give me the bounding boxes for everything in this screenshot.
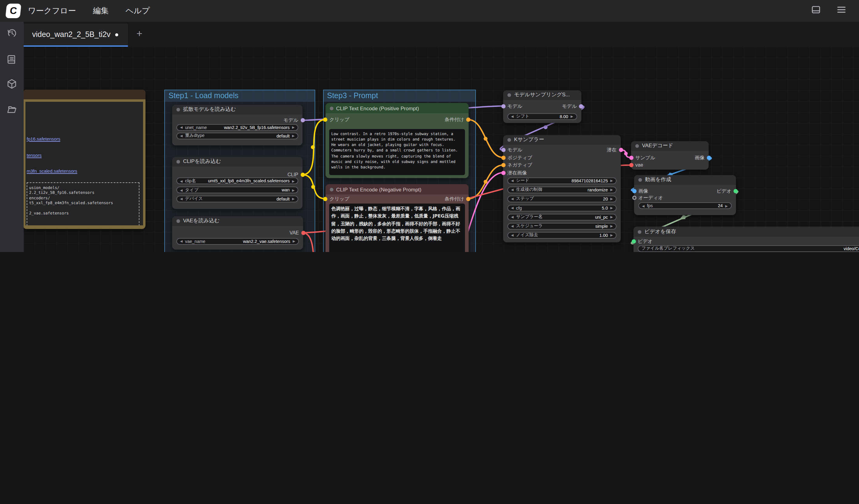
port-label: モデル: [562, 103, 577, 109]
widget-vae-name[interactable]: vae_name wan2.2_vae.safetensors: [177, 238, 299, 245]
widget-value: wan2.2_ti2v_5B_fp16.safetensors: [224, 125, 290, 130]
graph-canvas[interactable]: Step1 - Load models Step3 - Prompt Video…: [24, 47, 859, 252]
menu-help[interactable]: ヘルプ: [125, 5, 150, 16]
widget-label: 重みdtype: [185, 133, 204, 139]
node-ksampler[interactable]: Kサンプラー モデル ポジティブ ネガティブ 潜在画像 潜在 シード 89847…: [503, 135, 621, 242]
node-title: VAEを読み込む: [183, 217, 220, 224]
input-negative[interactable]: ネガティブ: [508, 161, 532, 169]
panel-toggle-icon[interactable]: [811, 4, 822, 18]
collapse-dot[interactable]: [177, 108, 180, 111]
widget-value: video/Co: [844, 246, 859, 251]
widget-denoise[interactable]: ノイズ除去 1.00: [508, 232, 617, 238]
collapse-dot[interactable]: [508, 138, 511, 141]
node-load-clip[interactable]: CLIPを読み込む CLIP clip名 umt5_xxl_fp8_e4m3fn…: [172, 157, 302, 209]
note-link[interactable]: tensors: [27, 152, 42, 158]
hamburger-menu-icon[interactable]: [836, 4, 847, 18]
code-line: 2.2_ti2v_5B_fp16.safetensors: [29, 190, 137, 195]
widget-value: 898471028164125: [572, 178, 608, 183]
node-clip-text-encode-positive[interactable]: CLIP Text Encode (Positive Prompt) クリップ …: [325, 103, 468, 178]
collapse-dot[interactable]: [638, 230, 642, 234]
positive-prompt-textarea[interactable]: Low contrast. In a retro 1970s-style sub…: [329, 129, 465, 175]
node-vae-decode[interactable]: VAEデコード サンプル vae 画像: [631, 141, 709, 170]
output-latent[interactable]: 潜在: [607, 146, 617, 154]
node-title: CLIPを読み込む: [183, 158, 221, 166]
node-clip-text-encode-negative[interactable]: CLIP Text Encode (Negative Prompt) クリップ …: [325, 184, 468, 252]
widget-sampler-name[interactable]: サンプラー名 uni_pc: [508, 214, 617, 220]
input-vae[interactable]: vae: [635, 161, 643, 169]
comfyui-logo[interactable]: C: [5, 4, 21, 18]
widget-label: clip名: [185, 178, 196, 184]
workflow-history-icon[interactable]: [6, 27, 18, 39]
node-model-sampling[interactable]: モデルサンプリングS... モデル モデル シフト 8.00: [503, 90, 581, 123]
collapse-dot[interactable]: [177, 219, 180, 223]
widget-steps[interactable]: ステップ 20: [508, 195, 617, 202]
output-model[interactable]: モデル: [283, 116, 298, 124]
node-load-diffusion-model[interactable]: 拡散モデルを読み込む モデル unet_name wan2.2_ti2v_5B_…: [172, 105, 302, 145]
widget-label: シード: [516, 177, 529, 184]
widget-filename-prefix[interactable]: ファイル名プレフィックス video/Co: [638, 245, 859, 252]
input-clip[interactable]: クリップ: [330, 116, 349, 123]
port-label: モデル: [508, 103, 522, 109]
input-latent-image[interactable]: 潜在画像: [508, 169, 527, 176]
menu-workflow[interactable]: ワークフロー: [28, 5, 76, 16]
widget-label: ファイル名プレフィックス: [642, 245, 695, 251]
widget-label: 生成後の制御: [516, 187, 542, 193]
tab-active-workflow[interactable]: video_wan2_2_5B_ti2v: [24, 23, 128, 47]
node-save-video[interactable]: ビデオを保存 ビデオ ファイル名プレフィックス video/Co フォーマット …: [633, 226, 859, 252]
widget-value: wan: [282, 187, 289, 193]
node-load-vae[interactable]: VAEを読み込む VAE vae_name wan2.2_vae.safeten…: [172, 216, 303, 249]
output-conditioning[interactable]: 条件付け: [444, 116, 464, 123]
widget-value: default: [276, 133, 289, 138]
collapse-dot[interactable]: [635, 144, 639, 147]
model-library-icon[interactable]: [6, 78, 18, 90]
port-label: CLIP: [287, 172, 298, 177]
widget-unet-name[interactable]: unet_name wan2.2_ti2v_5B_fp16.safetensor…: [177, 124, 298, 130]
port-label: 画像: [638, 188, 648, 194]
output-image[interactable]: 画像: [695, 154, 705, 161]
input-audio[interactable]: オーディオ: [638, 194, 663, 201]
node-create-video[interactable]: 動画を作成 画像 オーディオ ビデオ fps 24: [634, 175, 736, 215]
collapse-dot[interactable]: [508, 93, 511, 97]
node-title: CLIP Text Encode (Positive Prompt): [336, 105, 419, 111]
output-conditioning[interactable]: 条件付け: [444, 195, 464, 202]
input-samples[interactable]: サンプル: [635, 154, 655, 161]
widget-type[interactable]: タイプ wan: [177, 187, 298, 193]
note-link[interactable]: m3fn_scaled.safetensors: [27, 169, 77, 174]
widget-clip-name[interactable]: clip名 umt5_xxl_fp8_e4m3fn_scaled.safeten…: [177, 177, 298, 184]
output-model[interactable]: モデル: [562, 103, 577, 110]
port-label: モデル: [283, 117, 298, 124]
output-vae[interactable]: VAE: [289, 229, 299, 236]
collapse-dot[interactable]: [638, 178, 642, 182]
widget-device[interactable]: デバイス default: [177, 195, 298, 202]
input-positive[interactable]: ポジティブ: [508, 154, 532, 161]
collapse-dot[interactable]: [330, 188, 333, 191]
widget-weight-dtype[interactable]: 重みdtype default: [177, 132, 298, 139]
input-model[interactable]: モデル: [508, 146, 522, 154]
output-video[interactable]: ビデオ: [717, 187, 732, 194]
workflows-folder-icon[interactable]: [6, 104, 18, 115]
input-model[interactable]: モデル: [508, 103, 522, 110]
widget-shift[interactable]: シフト 8.00: [508, 113, 577, 120]
unsaved-dot: [116, 33, 119, 36]
new-tab-button[interactable]: +: [136, 28, 142, 40]
input-clip[interactable]: クリップ: [330, 195, 349, 202]
node-library-icon[interactable]: [6, 54, 18, 65]
input-video[interactable]: ビデオ: [638, 238, 652, 245]
widget-scheduler[interactable]: スケジューラ simple: [508, 223, 617, 229]
widget-control-after-generate[interactable]: 生成後の制御 randomize: [508, 186, 617, 193]
widget-cfg[interactable]: cfg 5.0: [508, 204, 617, 211]
collapse-dot[interactable]: [330, 106, 333, 110]
widget-fps[interactable]: fps 24: [638, 202, 732, 209]
widget-seed[interactable]: シード 898471028164125: [508, 177, 617, 184]
widget-label: ノイズ除去: [516, 232, 538, 238]
collapse-dot[interactable]: [177, 160, 180, 163]
menu-edit[interactable]: 編集: [93, 5, 108, 16]
node-markdown-note[interactable]: fp16.safetensors tensors m3fn_scaled.saf…: [24, 89, 146, 229]
port-label: ビデオ: [717, 188, 732, 194]
input-images[interactable]: 画像: [638, 187, 648, 194]
note-code-block: usion_models/ 2.2_ti2v_5B_fp16.safetenso…: [27, 182, 139, 225]
widget-value: 8.00: [560, 114, 568, 119]
negative-prompt-textarea[interactable]: 色调艳丽，过曝，静态，细节模糊不清，字幕，风格，作品，画作，画面，静止，整体发灰…: [329, 204, 465, 252]
tab-title: video_wan2_2_5B_ti2v: [32, 30, 111, 39]
note-link[interactable]: fp16.safetensors: [27, 136, 60, 141]
